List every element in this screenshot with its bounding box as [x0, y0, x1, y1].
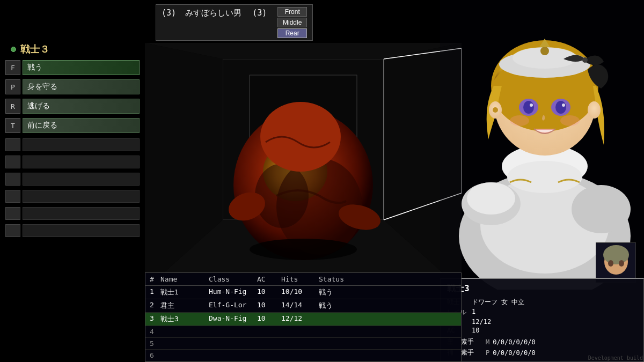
extra-label-3	[23, 173, 140, 186]
row6-ac	[257, 351, 281, 359]
action-flee[interactable]: R 逃げる	[5, 98, 140, 115]
row1-status: 戦う	[319, 287, 362, 297]
dev-watermark: Development build	[588, 355, 643, 361]
svg-point-22	[250, 239, 357, 260]
weapon-sub-prefix: P	[486, 349, 489, 357]
svg-point-39	[562, 104, 565, 107]
row6-class	[209, 351, 257, 359]
svg-point-47	[572, 185, 631, 233]
extra-action-3	[5, 172, 140, 187]
label-flee[interactable]: 逃げる	[23, 99, 140, 114]
svg-point-44	[560, 115, 580, 126]
action-defend[interactable]: P 身を守る	[5, 78, 140, 95]
enemy-name-text: みすぼらしい男	[185, 8, 241, 18]
dungeon-view	[145, 43, 462, 290]
col-header-name: Name	[160, 275, 209, 283]
row2-status: 戦う	[319, 301, 362, 311]
party-row[interactable]: 4	[145, 326, 461, 338]
svg-point-21	[260, 102, 341, 172]
extra-key-5	[5, 207, 20, 220]
key-p: P	[5, 79, 20, 94]
extra-key-1	[5, 138, 20, 151]
character-title-area: 戦士３	[5, 43, 140, 56]
key-f: F	[5, 60, 20, 75]
label-back[interactable]: 前に戻る	[23, 118, 140, 133]
extra-key-2	[5, 156, 20, 168]
extra-key-6	[5, 224, 20, 237]
svg-point-43	[510, 115, 529, 126]
party-row-selected[interactable]: 3 戦士3 Dwa-N-Fig 10 12/12	[145, 313, 461, 326]
row2-class: Elf-G-Lor	[209, 301, 257, 311]
party-row[interactable]: 5	[145, 338, 461, 350]
weapons-section: 主 素手 M 0/0/0/0/0/0 補 素手 P 0/0/0/0/0/0	[447, 337, 637, 357]
weapon-sub-values: 0/0/0/0/0/0	[493, 349, 535, 357]
svg-point-46	[467, 182, 515, 215]
row4-num: 4	[150, 328, 160, 336]
row3-hits: 12/12	[281, 314, 319, 324]
row2-num: 2	[150, 301, 160, 311]
svg-point-37	[555, 101, 566, 114]
svg-point-48	[582, 57, 588, 63]
weapon-sub-name: 素手	[461, 348, 482, 357]
col-header-status: Status	[319, 275, 362, 283]
party-row[interactable]: 6	[145, 350, 461, 361]
action-fight[interactable]: F 戦う	[5, 59, 140, 76]
party-header-row: # Name Class AC Hits Status	[145, 273, 461, 286]
svg-point-53	[619, 260, 624, 267]
monster-image	[188, 75, 419, 274]
row5-class	[209, 339, 257, 348]
row5-ac	[257, 339, 281, 348]
label-defend[interactable]: 身を守る	[23, 79, 140, 94]
row4-class	[209, 328, 257, 336]
extra-actions	[5, 137, 140, 238]
party-row[interactable]: 1 戦士1 Hum-N-Fig 10 10/10 戦う	[145, 286, 461, 299]
action-back[interactable]: T 前に戻る	[5, 117, 140, 134]
stats-grid: 戦士 ドワーフ 女 中立 レベル 1 H.P. 12/12 AC 10	[447, 298, 637, 334]
row5-hits	[281, 339, 319, 348]
row3-status	[319, 314, 362, 324]
row2-ac: 10	[257, 301, 281, 311]
position-buttons: Front Middle Rear	[277, 7, 307, 38]
stats-char-name: 戦士3	[447, 283, 637, 294]
row3-ac: 10	[257, 314, 281, 324]
col-header-ac: AC	[257, 275, 281, 283]
stats-panel: 戦士3 戦士 ドワーフ 女 中立 レベル 1 H.P. 12/12 AC 10 …	[440, 278, 644, 362]
action-panel: 戦士３ F 戦う P 身を守る R 逃げる T 前に戻る	[5, 43, 140, 240]
extra-key-4	[5, 190, 20, 203]
extra-label-5	[23, 207, 140, 220]
extra-action-5	[5, 206, 140, 221]
row4-ac	[257, 328, 281, 336]
weapon-main-values: 0/0/0/0/0/0	[493, 338, 535, 346]
row3-num: 3	[150, 314, 160, 324]
character-title: 戦士３	[20, 43, 49, 56]
party-row[interactable]: 2 君主 Elf-G-Lor 10 14/14 戦う	[145, 299, 461, 313]
key-t: T	[5, 118, 20, 133]
stat-val-ac: 10	[472, 327, 546, 334]
enemy-name: (3) みすぼらしい男	[162, 7, 241, 18]
position-front-button[interactable]: Front	[277, 7, 307, 17]
row6-num: 6	[150, 351, 160, 359]
position-middle-button[interactable]: Middle	[277, 18, 307, 27]
stat-val-level: 1	[472, 308, 546, 317]
extra-label-4	[23, 190, 140, 203]
char-status-dot	[11, 47, 16, 52]
label-fight[interactable]: 戦う	[23, 60, 140, 75]
extra-action-2	[5, 154, 140, 169]
row4-status	[319, 328, 362, 336]
row2-name: 君主	[160, 301, 209, 311]
position-rear-button[interactable]: Rear	[277, 28, 307, 38]
svg-point-18	[255, 164, 309, 228]
svg-point-33	[540, 47, 549, 55]
row1-hits: 10/10	[281, 287, 319, 297]
row5-status	[319, 339, 362, 348]
extra-label-2	[23, 156, 140, 168]
svg-point-51	[603, 245, 629, 264]
row1-ac: 10	[257, 287, 281, 297]
row3-class: Dwa-N-Fig	[209, 314, 257, 324]
enemy-panel: (3) みすぼらしい男 (3) Front Middle Rear	[156, 4, 313, 41]
svg-point-28	[507, 161, 582, 193]
monster-svg	[212, 88, 394, 260]
extra-label-6	[23, 224, 140, 237]
row4-hits	[281, 328, 319, 336]
svg-point-52	[608, 260, 613, 267]
